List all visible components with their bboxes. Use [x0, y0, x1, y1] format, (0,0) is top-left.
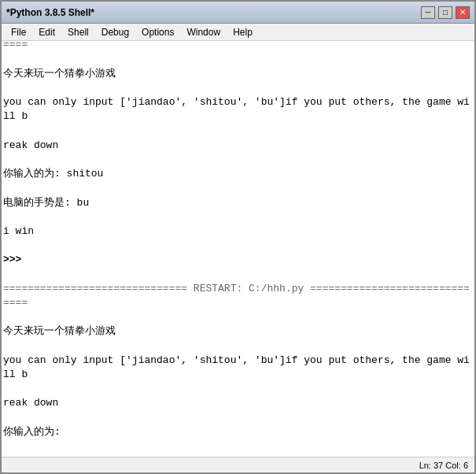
shell-line: >>>	[3, 253, 473, 267]
window-title: *Python 3.8.5 Shell*	[6, 7, 94, 18]
shell-line: 今天来玩一个猜拳小游戏	[3, 324, 473, 339]
main-window: *Python 3.8.5 Shell* ─ □ ✕ File Edit She…	[0, 0, 476, 474]
shell-line: ============================== RESTART: …	[3, 41, 473, 53]
maximize-button[interactable]: □	[438, 6, 452, 19]
title-bar: *Python 3.8.5 Shell* ─ □ ✕	[2, 2, 474, 24]
shell-line: 你输入的为: shitou	[3, 167, 473, 181]
shell-line: i win	[3, 224, 473, 239]
close-button[interactable]: ✕	[456, 6, 470, 19]
shell-line: reak down	[3, 396, 473, 410]
shell-line: ============================== RESTART: …	[3, 282, 473, 310]
menu-shell[interactable]: Shell	[61, 25, 95, 39]
window-controls: ─ □ ✕	[421, 6, 470, 19]
shell-content[interactable]: >>> ============================== RESTA…	[2, 41, 474, 457]
menu-file[interactable]: File	[5, 25, 32, 39]
cursor-position: Ln: 37 Col: 6	[419, 461, 468, 470]
shell-line: you can only input ['jiandao', 'shitou',…	[3, 95, 473, 124]
minimize-button[interactable]: ─	[421, 6, 435, 19]
menubar: File Edit Shell Debug Options Window Hel…	[2, 24, 474, 41]
shell-area: >>> ============================== RESTA…	[2, 41, 474, 457]
shell-line: 电脑的手势是: bu	[3, 196, 473, 210]
shell-line: 今天来玩一个猜拳小游戏	[3, 67, 473, 81]
menu-help[interactable]: Help	[227, 25, 259, 39]
menu-debug[interactable]: Debug	[95, 25, 135, 39]
shell-line: you can only input ['jiandao', 'shitou',…	[3, 354, 473, 382]
shell-line: reak down	[3, 139, 473, 153]
menu-options[interactable]: Options	[135, 25, 180, 39]
menu-window[interactable]: Window	[180, 25, 227, 39]
shell-line: 你输入的为:	[3, 425, 473, 439]
status-bar: Ln: 37 Col: 6	[2, 457, 474, 472]
menu-edit[interactable]: Edit	[32, 25, 61, 39]
